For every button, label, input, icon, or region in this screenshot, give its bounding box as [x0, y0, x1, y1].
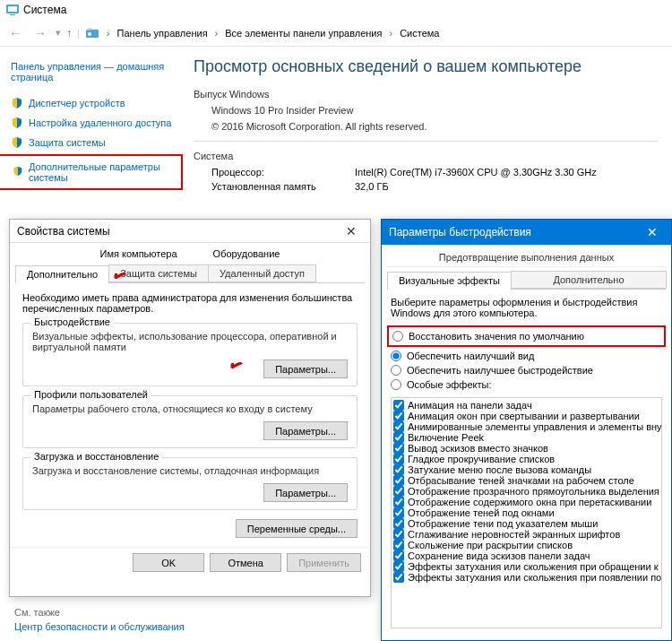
profiles-settings-button[interactable]: Параметры... — [263, 421, 348, 440]
tab-content-advanced: Необходимо иметь права администратора дл… — [10, 283, 370, 547]
check-item[interactable]: Отображение тени под указателем мыши — [393, 518, 659, 529]
check-item[interactable]: Отбрасывание теней значками на рабочем с… — [393, 475, 659, 486]
radio-custom-input[interactable] — [391, 379, 401, 390]
perf-title-text: Параметры быстродействия — [389, 226, 531, 238]
checkbox[interactable] — [393, 443, 404, 454]
ok-button[interactable]: OK — [133, 553, 204, 572]
startup-settings-button[interactable]: Параметры... — [263, 483, 348, 502]
checkbox[interactable] — [393, 561, 404, 572]
back-button[interactable]: ← — [5, 24, 25, 42]
radio-default[interactable]: Восстановить значения по умолчанию — [392, 329, 660, 343]
checkbox[interactable] — [393, 411, 404, 421]
checkbox[interactable] — [393, 572, 404, 583]
group-profiles: Профили пользователей Параметры рабочего… — [22, 395, 358, 448]
checkbox[interactable] — [393, 475, 404, 486]
tab-advanced[interactable]: Дополнительно — [511, 271, 667, 289]
radio-custom[interactable]: Особые эффекты: — [391, 377, 662, 392]
radio-best-performance-input[interactable] — [391, 365, 401, 376]
forward-button[interactable]: → — [30, 24, 50, 42]
effects-checklist[interactable]: Анимация на панели задачАнимация окон пр… — [391, 397, 662, 628]
group-performance: Быстродействие Визуальные эффекты, испол… — [22, 323, 358, 386]
apply-button[interactable]: Применить — [287, 553, 361, 572]
perf-titlebar: Параметры быстродействия ✕ — [382, 220, 671, 245]
checkbox[interactable] — [393, 550, 404, 561]
sidebar-link-remote[interactable]: Настройка удаленного доступа — [11, 113, 179, 133]
crumb-3[interactable]: Система — [396, 26, 443, 40]
check-item[interactable]: Скольжение при раскрытии списков — [393, 540, 659, 550]
crumb-2[interactable]: Все элементы панели управления — [221, 26, 385, 40]
checkbox[interactable] — [393, 464, 404, 475]
radio-default-input[interactable] — [392, 331, 403, 342]
tab-visual-effects[interactable]: Визуальные эффекты — [387, 272, 512, 290]
props-titlebar: Свойства системы ✕ — [10, 220, 370, 243]
check-item[interactable]: Эффекты затухания или скольжения при поя… — [393, 572, 659, 583]
radio-highlight: Восстановить значения по умолчанию — [387, 325, 666, 347]
close-button[interactable]: ✕ — [340, 224, 363, 238]
window-title: Система — [23, 4, 66, 16]
shield-icon — [11, 97, 23, 109]
sidebar-link-advanced[interactable]: Дополнительные параметры системы — [13, 158, 177, 186]
check-item[interactable]: Вывод эскизов вместо значков — [393, 443, 659, 454]
cancel-button[interactable]: Отмена — [210, 553, 281, 572]
tab-protection[interactable]: Защита системы — [108, 264, 209, 282]
check-item[interactable]: Затухание меню после вызова команды — [393, 464, 659, 475]
checkbox[interactable] — [393, 454, 404, 464]
sidebar-link-protection[interactable]: Защита системы — [11, 133, 179, 152]
checkbox[interactable] — [393, 540, 404, 550]
shield-icon — [13, 166, 23, 178]
radio-best-performance[interactable]: Обеспечить наилучшее быстродействие — [391, 363, 662, 377]
sidebar-link-devmgr[interactable]: Диспетчер устройств — [11, 93, 179, 113]
shield-icon — [11, 117, 23, 129]
check-item[interactable]: Отображение теней под окнами — [393, 507, 659, 518]
checkbox[interactable] — [393, 518, 404, 529]
perf-body: Выберите параметры оформления и быстроде… — [382, 290, 671, 636]
checkbox[interactable] — [393, 529, 404, 540]
admin-note: Необходимо иметь права администратора дл… — [22, 292, 358, 314]
radio-best-appearance-input[interactable] — [391, 351, 401, 361]
cpu-value: Intel(R) Core(TM) i7-3960X CPU @ 3.30GHz… — [355, 167, 597, 178]
check-item[interactable]: Сглаживание неровностей экранных шрифтов — [393, 529, 659, 540]
see-also-link[interactable]: Центр безопасности и обслуживания — [14, 621, 185, 632]
checkbox[interactable] — [393, 497, 404, 507]
check-item[interactable]: Гладкое прокручивание списков — [393, 454, 659, 464]
page-heading: Просмотр основных сведений о вашем компь… — [194, 57, 658, 76]
shield-icon — [11, 136, 23, 149]
up-button[interactable]: ↑ — [66, 27, 72, 39]
perf-tabs: Визуальные эффекты Дополнительно — [387, 271, 666, 290]
perf-intro: Выберите параметры оформления и быстроде… — [391, 297, 662, 318]
checkbox[interactable] — [393, 400, 404, 411]
check-item[interactable]: Анимированные элементы управления и элем… — [393, 421, 659, 432]
tabs-row-1: Имя компьютера Оборудование — [15, 248, 365, 259]
svg-rect-2 — [10, 14, 15, 15]
check-item[interactable]: Отображение прозрачного прямоугольника в… — [393, 486, 659, 497]
performance-settings-button[interactable]: Параметры... — [263, 359, 348, 378]
close-button[interactable]: ✕ — [641, 225, 664, 239]
check-item[interactable]: Сохранение вида эскизов панели задач — [393, 550, 659, 561]
tab-advanced[interactable]: Дополнительно — [15, 265, 109, 283]
check-item[interactable]: Отображение содержимого окна при перетас… — [393, 497, 659, 507]
sidebar: Панель управления — домашняя страница Ди… — [0, 47, 179, 203]
tab-remote[interactable]: Удаленный доступ — [208, 264, 316, 282]
tab-hardware[interactable]: Оборудование — [213, 248, 280, 259]
env-vars-button[interactable]: Переменные среды... — [236, 519, 358, 538]
tab-dep[interactable]: Предотвращение выполнения данных — [387, 248, 666, 267]
crumb-1[interactable]: Панель управления — [114, 26, 211, 40]
radio-best-appearance[interactable]: Обеспечить наилучший вид — [391, 349, 662, 363]
tab-computer-name[interactable]: Имя компьютера — [100, 248, 177, 259]
check-item[interactable]: Эффекты затухания или скольжения при обр… — [393, 561, 659, 572]
check-item[interactable]: Анимация на панели задач — [393, 400, 659, 411]
system-label: Система — [194, 151, 658, 161]
edition-value: Windows 10 Pro Insider Preview — [211, 105, 658, 116]
sidebar-home[interactable]: Панель управления — домашняя страница — [11, 57, 179, 86]
svg-rect-1 — [8, 6, 17, 12]
checkbox[interactable] — [393, 432, 404, 443]
system-icon — [5, 3, 20, 17]
checkbox[interactable] — [393, 507, 404, 518]
checkbox[interactable] — [393, 421, 404, 432]
ram-value: 32,0 ГБ — [355, 181, 389, 192]
breadcrumb: › Панель управления › Все элементы панел… — [105, 26, 444, 40]
check-item[interactable]: Включение Peek — [393, 432, 659, 443]
ram-label: Установленная память — [211, 181, 355, 192]
checkbox[interactable] — [393, 486, 404, 497]
check-item[interactable]: Анимация окон при свертывании и разверты… — [393, 411, 659, 421]
